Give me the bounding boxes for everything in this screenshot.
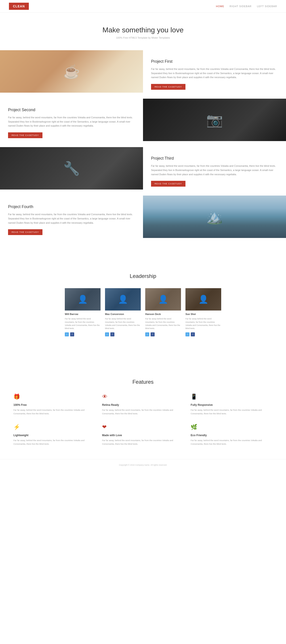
feature-item-5: 🌿 Eco Friendly Far far away, behind the … — [191, 424, 272, 446]
project-fourth-row: Project Fourth Far far away, behind the … — [0, 196, 286, 244]
member-1-desc: Far far away behind the word mountains, … — [65, 317, 101, 330]
logo: CLEAN — [9, 3, 29, 10]
project-third-image — [0, 147, 143, 190]
team-member-3: Hanson Deck Far far away behind the word… — [145, 288, 181, 336]
feature-desc-0: Far far away, behind the word mountains,… — [14, 408, 95, 416]
twitter-icon-3[interactable]: t — [145, 332, 149, 336]
project-first-title: Project First — [151, 59, 278, 64]
member-1-social: t f — [65, 332, 101, 336]
facebook-icon-2[interactable]: f — [110, 332, 114, 336]
projects-section: Project First Far far away, behind the w… — [0, 50, 286, 244]
features-grid: 🎁 100% Free Far far away, behind the wor… — [14, 394, 272, 446]
project-second-btn[interactable]: READ THE CASETUDY — [8, 132, 43, 138]
member-2-desc: Far far away behind the word mountains, … — [105, 317, 141, 330]
feature-item-3: ⚡ Lightweight Far far away, behind the w… — [14, 424, 95, 446]
member-2-social: t f — [105, 332, 141, 336]
avatar-3 — [145, 288, 181, 310]
member-4-name: Sue Shei — [185, 313, 221, 316]
facebook-icon-3[interactable]: f — [151, 332, 155, 336]
team-member-4: Sue Shei Far far away behind the word mo… — [185, 288, 221, 336]
member-3-desc: Far far away behind the word mountains, … — [145, 317, 181, 330]
leaf-icon: 🌿 — [191, 424, 198, 432]
nav-home[interactable]: HOME — [216, 5, 224, 8]
project-fourth-image — [143, 196, 286, 238]
feature-item-4: ❤ Made with Love Far far away, behind th… — [102, 424, 184, 446]
feature-desc-3: Far far away, behind the word mountains,… — [14, 439, 95, 446]
project-first-row: Project First Far far away, behind the w… — [0, 50, 286, 99]
twitter-icon-4[interactable]: t — [185, 332, 189, 336]
twitter-icon-2[interactable]: t — [105, 332, 109, 336]
feature-item-2: 📱 Fully Responsive Far far away, behind … — [191, 394, 272, 416]
project-first-description: Far far away, behind the word mountains,… — [151, 67, 278, 80]
team-member-1: Will Barrow Far far away behind the word… — [65, 288, 101, 336]
member-4-desc: Far far away behind the word mountains, … — [185, 317, 221, 330]
team-grid: Will Barrow Far far away behind the word… — [9, 288, 277, 336]
leadership-section: Leadership Will Barrow Far far away behi… — [0, 258, 286, 350]
avatar-1 — [65, 288, 101, 310]
feature-desc-2: Far far away, behind the word mountains,… — [191, 408, 272, 416]
project-third-text: Project Third Far far away, behind the w… — [143, 147, 286, 196]
twitter-icon-1[interactable]: t — [65, 332, 69, 336]
separator-1 — [0, 244, 286, 258]
separator-2 — [0, 350, 286, 363]
project-fourth-btn[interactable]: READ THE CASETUDY — [8, 229, 43, 235]
member-2-name: Max Conversion — [105, 313, 141, 316]
feature-title-5: Eco Friendly — [191, 434, 207, 437]
project-third-description: Far far away, behind the word mountains,… — [151, 164, 278, 176]
project-third-row: Project Third Far far away, behind the w… — [0, 147, 286, 196]
project-fourth-text: Project Fourth Far far away, behind the … — [0, 196, 143, 244]
hero-section: Make something you love 100% Free HTML5 … — [0, 12, 286, 50]
project-second-image — [143, 99, 286, 141]
feature-title-1: Retina Ready — [102, 403, 119, 406]
hero-title: Make something you love — [5, 26, 281, 34]
project-first-btn[interactable]: READ THE CASETUDY — [151, 84, 185, 90]
project-fourth-description: Far far away, behind the word mountains,… — [8, 212, 135, 225]
feature-title-0: 100% Free — [14, 403, 27, 406]
feature-item-0: 🎁 100% Free Far far away, behind the wor… — [14, 394, 95, 416]
feature-title-4: Made with Love — [102, 434, 122, 437]
facebook-icon-1[interactable]: f — [70, 332, 74, 336]
facebook-icon-4[interactable]: f — [191, 332, 195, 336]
features-section: Features 🎁 100% Free Far far away, behin… — [0, 363, 286, 460]
member-3-name: Hanson Deck — [145, 313, 181, 316]
project-third-title: Project Third — [151, 156, 278, 161]
project-second-row: Project Second Far far away, behind the … — [0, 99, 286, 147]
member-4-social: t f — [185, 332, 221, 336]
project-second-description: Far far away, behind the word mountains,… — [8, 116, 135, 128]
hero-subtitle: 100% Free HTML5 Template by Mister Templ… — [5, 36, 281, 39]
feature-title-2: Fully Responsive — [191, 403, 213, 406]
footer-text: Copyright © 2016 Company-name. All right… — [119, 464, 167, 466]
responsive-icon: 📱 — [191, 394, 198, 401]
footer: Copyright © 2016 Company-name. All right… — [0, 459, 286, 470]
lightning-icon: ⚡ — [14, 424, 21, 432]
project-second-text: Project Second Far far away, behind the … — [0, 99, 143, 147]
avatar-4 — [185, 288, 221, 310]
project-first-text: Project First Far far away, behind the w… — [143, 50, 286, 99]
feature-desc-5: Far far away, behind the word mountains,… — [191, 439, 272, 446]
project-first-image — [0, 50, 143, 93]
eye-icon: 👁 — [102, 394, 109, 401]
project-fourth-title: Project Fourth — [8, 204, 135, 209]
nav-left-sidebar[interactable]: LEFT SIDEBAR — [257, 5, 277, 8]
header: CLEAN HOME RIGHT SIDEBAR LEFT SIDEBAR — [0, 0, 286, 12]
feature-desc-1: Far far away, behind the word mountains,… — [102, 408, 184, 416]
heart-icon: ❤ — [102, 424, 109, 432]
project-third-btn[interactable]: READ THE CASETUDY — [151, 181, 185, 186]
feature-title-3: Lightweight — [14, 434, 28, 437]
avatar-2 — [105, 288, 141, 310]
member-1-name: Will Barrow — [65, 313, 101, 316]
main-nav: HOME RIGHT SIDEBAR LEFT SIDEBAR — [216, 5, 277, 8]
project-second-title: Project Second — [8, 108, 135, 112]
feature-desc-4: Far far away, behind the word mountains,… — [102, 439, 184, 446]
features-title: Features — [14, 379, 272, 385]
leadership-title: Leadership — [9, 273, 277, 279]
feature-item-1: 👁 Retina Ready Far far away, behind the … — [102, 394, 184, 416]
team-member-2: Max Conversion Far far away behind the w… — [105, 288, 141, 336]
nav-right-sidebar[interactable]: RIGHT SIDEBAR — [230, 5, 251, 8]
member-3-social: t f — [145, 332, 181, 336]
gift-icon: 🎁 — [14, 394, 21, 401]
